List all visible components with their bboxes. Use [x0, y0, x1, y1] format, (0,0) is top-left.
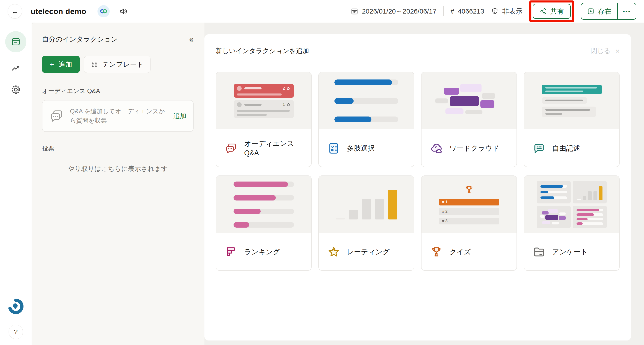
- announcement-icon[interactable]: [119, 7, 128, 16]
- close-picker-button[interactable]: 閉じる ×: [590, 47, 620, 56]
- trophy-icon: [430, 246, 443, 258]
- calendar-icon: [351, 8, 358, 15]
- trophy-icon: [464, 185, 474, 195]
- hash-icon: #: [450, 8, 454, 15]
- tile-label-text: 自由記述: [552, 144, 580, 153]
- event-code[interactable]: # 4066213: [450, 8, 484, 15]
- tile-label-text: アンケート: [552, 247, 588, 257]
- quiz-rank-1: # 1: [439, 199, 499, 205]
- visibility-label: 非表示: [502, 7, 522, 16]
- checklist-icon: [328, 142, 340, 155]
- add-interaction-button[interactable]: + 追加: [42, 56, 80, 73]
- date-range[interactable]: 2026/01/20～2026/06/17: [351, 7, 436, 16]
- interaction-type-grid: 2 1: [216, 72, 620, 271]
- event-code-text: 4066213: [458, 8, 484, 15]
- divider: [443, 6, 444, 16]
- qa-add-link[interactable]: 追加: [173, 112, 186, 121]
- topbar-right: 2026/01/20～2026/06/17 # 4066213 非表示: [351, 1, 636, 22]
- templates-label: テンプレート: [102, 60, 144, 69]
- back-button[interactable]: ←: [8, 4, 22, 19]
- ranking-bars-icon: [225, 246, 238, 258]
- collapse-panel-icon[interactable]: «: [189, 36, 194, 44]
- event-title: utelecon demo: [31, 7, 86, 16]
- visibility-status[interactable]: 非表示: [491, 7, 522, 16]
- tile-multiple-choice[interactable]: 多肢選択: [318, 72, 414, 167]
- tile-label-text: ワードクラウド: [450, 144, 499, 153]
- grid-icon: [91, 61, 98, 68]
- tile-rating[interactable]: レーティング: [318, 175, 414, 271]
- interactions-panel: 自分のインタラクション « + 追加 テンプレート: [32, 23, 204, 345]
- close-label: 閉じる: [590, 47, 610, 56]
- tile-audience-qa-preview: 2 1: [216, 72, 311, 129]
- tile-label-text: オーディエンス Q&A: [244, 139, 302, 158]
- question-icon: ?: [14, 328, 18, 336]
- add-interaction-title: 新しいインタラクションを追加: [216, 47, 309, 56]
- tile-quiz[interactable]: # 1 # 2 # 3: [421, 175, 517, 271]
- cloud-icon: [430, 142, 443, 155]
- tile-ranking[interactable]: ランキング: [216, 175, 312, 271]
- qa-section-label: オーディエンス Q&A: [42, 87, 194, 95]
- trend-icon: [10, 63, 21, 74]
- topbar: ← utelecon demo: [0, 0, 644, 23]
- tile-quiz-preview: # 1 # 2 # 3: [422, 176, 516, 233]
- present-split-button: 存在 •••: [581, 3, 636, 20]
- polls-section-label: 投票: [42, 145, 194, 153]
- thumbs-up-icon: [286, 86, 291, 90]
- rail-bottom: ?: [8, 298, 24, 345]
- webex-logo-icon: [100, 8, 108, 15]
- tile-survey[interactable]: アンケート: [524, 175, 620, 271]
- tile-open-text-preview: [524, 72, 619, 129]
- quiz-rank-2: # 2: [439, 208, 499, 215]
- tile-label-text: ランキング: [244, 247, 280, 257]
- left-rail: ?: [0, 23, 32, 345]
- qa-chat-icon: [225, 142, 238, 155]
- slido-admin-app: ← utelecon demo: [0, 0, 644, 345]
- rail-item-analytics[interactable]: [10, 63, 21, 74]
- present-button[interactable]: 存在: [581, 4, 617, 19]
- tile-label-text: レーティング: [347, 247, 390, 257]
- slido-logo[interactable]: [8, 298, 24, 315]
- more-options-button[interactable]: •••: [618, 4, 636, 19]
- gear-icon: [10, 85, 21, 95]
- present-label: 存在: [598, 7, 612, 16]
- tile-label-text: 多肢選択: [347, 144, 375, 153]
- webex-badge[interactable]: [98, 5, 110, 17]
- star-icon: [328, 246, 340, 258]
- add-interaction-card: 新しいインタラクションを追加 閉じる × 2: [204, 34, 631, 340]
- panel-title: 自分のインタラクション: [42, 35, 118, 44]
- share-highlight-annotation: 共有: [529, 1, 574, 22]
- plus-icon: +: [50, 60, 54, 69]
- tile-audience-qa[interactable]: 2 1: [216, 72, 312, 167]
- thumbs-up-icon: [286, 103, 291, 107]
- templates-button[interactable]: テンプレート: [84, 56, 151, 73]
- qa-empty-card: Q&A を追加してオーディエンスから質問を収集 追加: [42, 100, 194, 132]
- share-icon: [540, 8, 547, 15]
- tile-rating-preview: [319, 176, 414, 233]
- share-label: 共有: [550, 7, 564, 16]
- rail-item-settings[interactable]: [10, 85, 21, 95]
- add-label: 追加: [59, 60, 72, 69]
- play-square-icon: [587, 8, 594, 15]
- tile-label-text: クイズ: [450, 247, 471, 257]
- date-range-text: 2026/01/20～2026/06/17: [362, 7, 436, 16]
- interactions-icon: [10, 37, 21, 47]
- tile-word-cloud[interactable]: ワードクラウド: [421, 72, 517, 167]
- qa-hint-text: Q&A を追加してオーディエンスから質問を収集: [70, 107, 168, 125]
- likes-count: 1: [282, 102, 285, 107]
- tile-word-cloud-preview: [422, 72, 516, 129]
- close-icon: ×: [615, 47, 620, 55]
- help-button[interactable]: ?: [8, 325, 23, 339]
- tile-survey-preview: [524, 176, 619, 233]
- share-button[interactable]: 共有: [533, 4, 571, 19]
- tile-multiple-choice-preview: [319, 72, 414, 129]
- rail-item-interactions[interactable]: [5, 31, 26, 52]
- quiz-rank-3: # 3: [439, 218, 499, 224]
- ellipsis-icon: •••: [623, 8, 631, 15]
- tile-ranking-preview: [216, 176, 311, 233]
- back-arrow-icon: ←: [11, 7, 18, 16]
- folder-icon: [533, 246, 546, 258]
- tile-open-text[interactable]: 自由記述: [524, 72, 620, 167]
- main-area: 新しいインタラクションを追加 閉じる × 2: [204, 23, 644, 345]
- chat-bubbles-icon: [49, 109, 64, 124]
- shield-alert-icon: [491, 8, 499, 15]
